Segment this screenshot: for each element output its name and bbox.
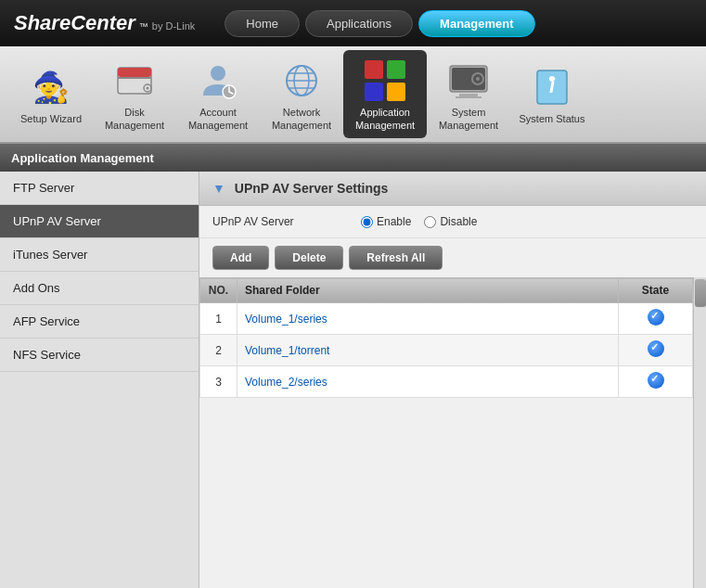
- sidebar-item-add-ons[interactable]: Add Ons: [0, 272, 199, 305]
- disable-label: Disable: [440, 215, 477, 228]
- table-cell-folder: Volume_2/series: [237, 366, 619, 398]
- svg-rect-13: [387, 60, 405, 79]
- col-header-no: NO.: [200, 278, 237, 303]
- svg-rect-18: [459, 94, 478, 96]
- disk-mgmt-label: DiskManagement: [105, 107, 164, 131]
- table-wrapper: NO. Shared Folder State 1 Volume_1/serie…: [199, 277, 706, 588]
- system-status-label: System Status: [520, 113, 585, 125]
- logo-tm: ™: [139, 21, 148, 32]
- radio-enable-input[interactable]: [361, 216, 373, 228]
- svg-rect-19: [456, 96, 481, 98]
- table-row: 2 Volume_1/torrent: [200, 335, 693, 366]
- logo-sub: by D-Link: [152, 20, 195, 32]
- table-row: 3 Volume_2/series: [200, 366, 693, 398]
- folder-table: NO. Shared Folder State 1 Volume_1/serie…: [199, 277, 693, 398]
- collapse-icon: ▼: [212, 181, 225, 196]
- svg-rect-15: [387, 83, 405, 101]
- sidebar-item-upnp-av-server[interactable]: UPnP AV Server: [0, 205, 199, 238]
- svg-point-24: [549, 76, 555, 82]
- col-header-folder: Shared Folder: [237, 278, 619, 303]
- state-icon: [648, 309, 664, 326]
- icon-system-mgmt[interactable]: SystemManagement: [427, 50, 510, 138]
- col-header-state: State: [619, 278, 693, 303]
- disk-mgmt-icon: [110, 57, 159, 105]
- table-cell-state: [619, 366, 693, 398]
- radio-disable-input[interactable]: [424, 216, 436, 228]
- state-icon: [648, 340, 664, 357]
- header: ShareCenter ™ by D-Link Home Application…: [0, 0, 706, 46]
- icon-app-mgmt[interactable]: ApplicationManagement: [343, 50, 427, 138]
- icon-account-mgmt[interactable]: AccountManagement: [176, 50, 260, 138]
- sidebar-item-ftp-server[interactable]: FTP Server: [0, 172, 199, 205]
- delete-button[interactable]: Delete: [275, 246, 343, 270]
- logo-text: ShareCenter: [14, 11, 135, 35]
- logo: ShareCenter ™ by D-Link: [14, 11, 195, 35]
- icon-setup-wizard[interactable]: 🧙 Setup Wizard: [9, 50, 93, 138]
- table-cell-state: [619, 335, 693, 366]
- scrollbar-thumb: [695, 279, 706, 307]
- table-cell-no: 1: [200, 303, 237, 335]
- table-cell-no: 2: [200, 335, 237, 366]
- svg-rect-14: [365, 83, 383, 101]
- enable-label: Enable: [377, 215, 411, 228]
- table-cell-state: [619, 303, 693, 335]
- main-panel: ▼ UPnP AV Server Settings UPnP AV Server…: [199, 172, 706, 588]
- table-cell-no: 3: [200, 366, 237, 398]
- system-mgmt-icon: [444, 57, 493, 105]
- panel-header: ▼ UPnP AV Server Settings: [199, 172, 706, 206]
- upnp-settings-row: UPnP AV Server Enable Disable: [199, 206, 706, 238]
- icon-nav: 🧙 Setup Wizard DiskManagement AccountMan…: [0, 46, 706, 144]
- table-cell-folder: Volume_1/torrent: [237, 335, 619, 366]
- refresh-all-button[interactable]: Refresh All: [349, 246, 443, 270]
- table-header-row: NO. Shared Folder State: [200, 278, 693, 303]
- sidebar-item-itunes-server[interactable]: iTunes Server: [0, 238, 199, 272]
- svg-rect-1: [118, 68, 151, 77]
- section-title: Application Management: [11, 151, 154, 165]
- account-mgmt-label: AccountManagement: [188, 107, 248, 131]
- sidebar: FTP Server UPnP AV Server iTunes Server …: [0, 172, 199, 588]
- panel-title: UPnP AV Server Settings: [235, 181, 388, 196]
- sidebar-item-nfs-service[interactable]: NFS Service: [0, 339, 199, 372]
- radio-enable[interactable]: Enable: [361, 215, 411, 228]
- upnp-server-label: UPnP AV Server: [212, 215, 342, 228]
- button-row: Add Delete Refresh All: [199, 238, 706, 277]
- app-mgmt-label: ApplicationManagement: [355, 107, 415, 131]
- network-mgmt-label: NetworkManagement: [272, 107, 331, 131]
- svg-point-5: [211, 66, 225, 81]
- setup-wizard-icon: 🧙: [27, 63, 75, 111]
- network-mgmt-icon: [277, 57, 326, 105]
- table-row: 1 Volume_1/series: [200, 303, 693, 335]
- radio-disable[interactable]: Disable: [424, 215, 477, 228]
- svg-point-4: [147, 87, 149, 90]
- svg-point-21: [476, 77, 480, 81]
- svg-rect-17: [452, 68, 485, 90]
- sidebar-item-afp-service[interactable]: AFP Service: [0, 305, 199, 339]
- system-mgmt-label: SystemManagement: [439, 107, 498, 131]
- section-title-bar: Application Management: [0, 144, 706, 172]
- nav-home[interactable]: Home: [225, 10, 300, 37]
- setup-wizard-label: Setup Wizard: [20, 113, 82, 125]
- icon-disk-mgmt[interactable]: DiskManagement: [93, 50, 176, 138]
- nav-bar: Home Applications Management: [225, 10, 534, 37]
- nav-management[interactable]: Management: [418, 10, 534, 37]
- table-cell-folder: Volume_1/series: [237, 303, 619, 335]
- svg-rect-12: [365, 60, 383, 79]
- main-layout: FTP Server UPnP AV Server iTunes Server …: [0, 172, 706, 588]
- nav-applications[interactable]: Applications: [305, 10, 413, 37]
- app-mgmt-icon: [361, 57, 409, 105]
- scrollbar[interactable]: [693, 277, 706, 588]
- system-status-icon: i: [528, 63, 576, 111]
- account-mgmt-icon: [194, 57, 242, 105]
- radio-group: Enable Disable: [361, 215, 477, 228]
- state-icon: [648, 372, 664, 389]
- icon-system-status[interactable]: i System Status: [510, 50, 594, 138]
- svg-rect-2: [118, 77, 151, 79]
- add-button[interactable]: Add: [212, 246, 269, 270]
- icon-network-mgmt[interactable]: NetworkManagement: [260, 50, 343, 138]
